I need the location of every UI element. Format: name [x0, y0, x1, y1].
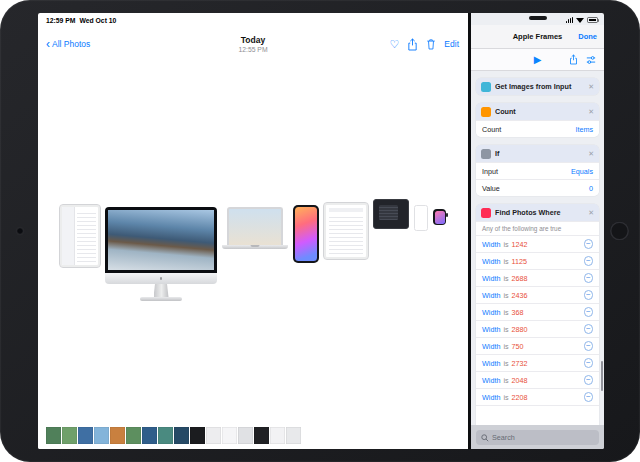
remove-action-icon[interactable]: ✕: [588, 150, 594, 158]
photo-thumbnail[interactable]: [222, 427, 237, 444]
photo-thumbnail[interactable]: [270, 427, 285, 444]
filter-field[interactable]: Width: [482, 325, 500, 334]
filter-operator: is: [503, 257, 508, 266]
filter-row[interactable]: Width is 2048 −: [476, 371, 599, 388]
photo-thumbnail[interactable]: [254, 427, 269, 444]
shortcuts-app-pane: Apple Frames Done ▶: [471, 13, 604, 449]
photo-thumbnail[interactable]: [126, 427, 141, 444]
trash-icon[interactable]: [426, 38, 436, 50]
remove-filter-icon[interactable]: −: [584, 358, 594, 368]
status-bar-right: [566, 17, 599, 23]
filter-value[interactable]: 1125: [512, 257, 527, 266]
action-find-photos[interactable]: Find Photos Where ✕ Any of the following…: [476, 204, 599, 425]
share-icon[interactable]: [407, 38, 418, 51]
filter-value[interactable]: 2688: [512, 274, 528, 283]
filter-value[interactable]: 368: [512, 308, 524, 317]
photo-thumbnail[interactable]: [46, 427, 61, 444]
slide-over-drag-handle[interactable]: [529, 16, 547, 20]
filter-operator: is: [503, 274, 508, 283]
settings-toggles-icon[interactable]: [586, 51, 596, 69]
done-button[interactable]: Done: [578, 32, 597, 41]
edit-button[interactable]: Edit: [444, 39, 459, 49]
filter-row[interactable]: Width is 1125 −: [476, 252, 599, 269]
photo-thumbnail[interactable]: [286, 427, 301, 444]
dark-display-window: [379, 205, 398, 220]
filter-value[interactable]: 2208: [512, 393, 528, 402]
filter-row[interactable]: Width is 2688 −: [476, 269, 599, 286]
remove-filter-icon[interactable]: −: [584, 341, 594, 351]
photo-thumbnail[interactable]: [238, 427, 253, 444]
remove-filter-icon[interactable]: −: [584, 324, 594, 334]
remove-action-icon[interactable]: ✕: [588, 83, 594, 91]
thumbnail-strip: [46, 427, 301, 444]
mail-sidebar: [62, 207, 75, 265]
filter-value[interactable]: 2436: [512, 291, 528, 300]
filter-value[interactable]: 2048: [512, 376, 528, 385]
filter-operator: is: [503, 393, 508, 402]
filter-field[interactable]: Width: [482, 291, 500, 300]
filter-value[interactable]: 2880: [512, 325, 528, 334]
filter-field[interactable]: Width: [482, 376, 500, 385]
filter-field[interactable]: Width: [482, 274, 500, 283]
apple-watch-device: [433, 209, 446, 225]
photo-thumbnail[interactable]: [174, 427, 189, 444]
remove-filter-icon[interactable]: −: [584, 256, 594, 266]
filter-row[interactable]: Width is 2880 −: [476, 320, 599, 337]
filter-operator: is: [503, 308, 508, 317]
remove-action-icon[interactable]: ✕: [588, 209, 594, 217]
search-icon: [481, 428, 489, 446]
search-input[interactable]: [492, 433, 594, 442]
filter-row[interactable]: Width is 2208 −: [476, 388, 599, 405]
filter-value[interactable]: 2732: [512, 359, 528, 368]
share-icon[interactable]: [569, 51, 578, 69]
filter-field[interactable]: Width: [482, 359, 500, 368]
photo-thumbnail[interactable]: [62, 427, 77, 444]
photo-thumbnail[interactable]: [142, 427, 157, 444]
filter-field[interactable]: Width: [482, 393, 500, 402]
filter-row[interactable]: Width is 368 −: [476, 303, 599, 320]
action-if[interactable]: If ✕ Input Equals Value: [476, 145, 599, 196]
shortcut-actions-list: Get Images from Input ✕ Count ✕ Count It…: [471, 71, 604, 425]
filter-row[interactable]: Width is 1242 −: [476, 235, 599, 252]
front-camera: [17, 228, 23, 234]
remove-filter-icon[interactable]: −: [584, 239, 594, 249]
home-button[interactable]: [610, 222, 629, 241]
remove-action-icon[interactable]: ✕: [588, 108, 594, 116]
macbook-device: [222, 207, 288, 249]
filter-row[interactable]: Width is 750 −: [476, 337, 599, 354]
action-count[interactable]: Count ✕ Count Items: [476, 103, 599, 137]
filter-field[interactable]: Width: [482, 308, 500, 317]
remove-filter-icon[interactable]: −: [584, 290, 594, 300]
chevron-left-icon: ‹: [46, 40, 50, 48]
filter-row[interactable]: Width is 2732 −: [476, 354, 599, 371]
action-get-images[interactable]: Get Images from Input ✕: [476, 78, 599, 95]
back-all-photos-button[interactable]: ‹ All Photos: [46, 39, 90, 49]
photo-thumbnail[interactable]: [94, 427, 109, 444]
photo-thumbnail[interactable]: [110, 427, 125, 444]
param-value[interactable]: 0: [589, 184, 593, 193]
filter-value[interactable]: 750: [512, 342, 524, 351]
photo-view[interactable]: [38, 63, 468, 449]
photos-actions: ♡ Edit: [389, 38, 459, 51]
remove-filter-icon[interactable]: −: [584, 307, 594, 317]
scrollbar[interactable]: [601, 361, 604, 391]
filter-row[interactable]: Width is 2436 −: [476, 286, 599, 303]
param-value[interactable]: Items: [575, 125, 593, 134]
favorite-heart-icon[interactable]: ♡: [389, 39, 399, 49]
filter-field[interactable]: Width: [482, 240, 500, 249]
remove-filter-icon[interactable]: −: [584, 273, 594, 283]
run-play-button[interactable]: ▶: [534, 55, 542, 65]
remove-filter-icon[interactable]: −: [584, 392, 594, 402]
filter-value[interactable]: 1242: [512, 240, 528, 249]
photo-thumbnail[interactable]: [190, 427, 205, 444]
filter-field[interactable]: Width: [482, 257, 500, 266]
photo-thumbnail[interactable]: [158, 427, 173, 444]
param-value[interactable]: Equals: [571, 167, 593, 176]
photo-thumbnail[interactable]: [206, 427, 221, 444]
photos-app-pane: 12:59 PM Wed Oct 10 ‹ All Photos Today 1…: [38, 13, 468, 449]
remove-filter-icon[interactable]: −: [584, 375, 594, 385]
search-field[interactable]: [476, 430, 599, 445]
photo-thumbnail[interactable]: [78, 427, 93, 444]
status-date: Wed Oct 10: [79, 17, 116, 24]
filter-field[interactable]: Width: [482, 342, 500, 351]
